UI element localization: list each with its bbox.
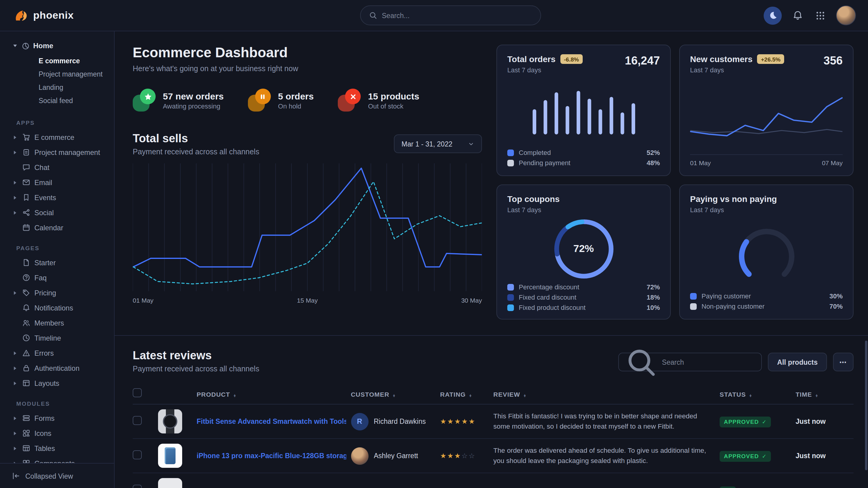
row-checkbox[interactable] <box>133 450 142 459</box>
reviews-search[interactable] <box>619 353 762 371</box>
sidebar: Home E commerce Project management <box>0 31 115 488</box>
sidebar-item[interactable]: Events <box>0 190 114 205</box>
sidebar-subitem[interactable]: Landing <box>0 81 114 94</box>
sidebar-item[interactable]: Layouts <box>0 376 114 391</box>
navbar-search[interactable] <box>360 5 541 25</box>
customer-cell[interactable] <box>351 481 435 488</box>
legend-label: Pending payment <box>519 159 642 166</box>
status-badge: ✓ <box>720 487 736 488</box>
review-text: The order was delivered ahead of schedul… <box>493 446 715 466</box>
sidebar-item[interactable]: Faq <box>0 270 114 285</box>
sidebar-subitem[interactable]: Project management <box>0 67 114 81</box>
sidebar-subitem[interactable]: E commerce <box>0 54 114 67</box>
more-options-button[interactable]: ⋯ <box>833 353 854 371</box>
sidebar-item[interactable]: E commerce <box>0 130 114 145</box>
sidebar-item[interactable]: Members <box>0 315 114 330</box>
sidebar-subitem[interactable]: Social feed <box>0 94 114 107</box>
reviews-table: PRODUCT CUSTOMER RATING REVIEW STATUS TI… <box>133 384 854 488</box>
collapsed-view-toggle[interactable]: Collapsed View <box>0 463 114 488</box>
sidebar-item[interactable]: Notifications <box>0 300 114 315</box>
row-checkbox[interactable] <box>133 484 142 488</box>
column-header[interactable]: PRODUCT <box>197 390 346 398</box>
column-header[interactable]: REVIEW <box>493 390 715 398</box>
sidebar-item[interactable]: Icons <box>0 426 114 441</box>
caret-right-icon <box>12 446 18 450</box>
product-link[interactable]: iPhone 13 pro max-Pacific Blue-128GB sto… <box>197 452 346 459</box>
column-header[interactable]: STATUS <box>720 390 791 398</box>
sidebar-item[interactable]: Project management <box>0 145 114 160</box>
sidebar-item[interactable]: Starter <box>0 255 114 270</box>
review-time: Just now <box>796 418 854 425</box>
all-products-button[interactable]: All products <box>768 353 827 371</box>
reviews-subtitle: Payment received across all channels <box>133 365 259 373</box>
sidebar-item[interactable]: Authentication <box>0 360 114 376</box>
card-value: 356 <box>824 54 843 67</box>
date-range-select[interactable]: Mar 1 - 31, 2022 <box>394 134 482 153</box>
sidebar-item[interactable]: Social <box>0 205 114 220</box>
reviews-actions: All products ⋯ <box>619 353 854 371</box>
dashboard-section: Ecommerce Dashboard Here's what's going … <box>115 31 868 335</box>
reviews-search-input[interactable] <box>662 358 755 366</box>
orders-legend: Completed 52% Pending payment 48% <box>507 149 660 166</box>
sidebar-item-label: Notifications <box>34 303 73 312</box>
column-header[interactable]: RATING <box>440 390 489 398</box>
sidebar-item-label: Email <box>34 178 52 187</box>
notifications-button[interactable] <box>790 8 805 23</box>
sidebar-item-label: Members <box>34 319 64 327</box>
select-all-checkbox[interactable] <box>133 388 142 397</box>
sidebar-section-label: MODULES <box>0 391 114 411</box>
sidebar-item[interactable]: Pricing <box>0 285 114 300</box>
column-header[interactable]: TIME <box>796 390 854 398</box>
legend-value: 18% <box>647 294 660 301</box>
moon-icon <box>768 11 777 20</box>
customer-cell[interactable]: R Richard Dawkins <box>351 413 435 430</box>
rating-stars: ★★★☆☆ <box>440 452 489 460</box>
navbar-search-input[interactable] <box>382 12 532 19</box>
sidebar-item[interactable]: Chat <box>0 160 114 175</box>
product-link[interactable]: Fitbit Sense Advanced Smartwatch with To… <box>197 418 346 425</box>
sort-icon <box>392 394 396 397</box>
sidebar-item[interactable]: Errors <box>0 346 114 360</box>
caret-right-icon <box>12 366 18 370</box>
sidebar-item-label: E commerce <box>34 133 74 141</box>
sidebar-item[interactable]: Components <box>0 456 114 463</box>
home-icon <box>22 42 30 50</box>
check-icon: ✓ <box>762 453 767 459</box>
caret-right-icon <box>12 381 18 385</box>
stat-caption: Out of stock <box>368 102 419 109</box>
legend-label: Fixed card discount <box>519 294 642 301</box>
sidebar-item[interactable]: Timeline <box>0 330 114 346</box>
sidebar-item[interactable]: Forms <box>0 411 114 426</box>
user-avatar[interactable] <box>836 5 856 25</box>
theme-toggle-button[interactable] <box>764 6 782 24</box>
legend-item: Percentage discount 72% <box>507 283 660 291</box>
customer-name: Ashley Garrett <box>374 452 418 459</box>
sidebar-item[interactable]: Tables <box>0 441 114 456</box>
stat-item: 15 products Out of stock <box>338 89 419 111</box>
column-header[interactable]: CUSTOMER <box>351 390 435 398</box>
caret-right-icon <box>12 211 18 214</box>
customer-cell[interactable]: Ashley Garrett <box>351 447 435 464</box>
bell-icon <box>792 10 803 21</box>
sidebar-subitem-label: E commerce <box>39 57 80 65</box>
row-checkbox[interactable] <box>133 416 142 425</box>
caret-right-icon <box>12 416 18 420</box>
legend-swatch <box>507 294 514 300</box>
x-axis-label: 01 May <box>690 159 711 166</box>
legend-value: 52% <box>647 149 660 156</box>
scrollbar-thumb[interactable] <box>865 340 867 470</box>
paying-gauge-chart <box>729 224 804 282</box>
sidebar-item[interactable]: Email <box>0 175 114 190</box>
table-row[interactable]: iPhone 13 pro max-Pacific Blue-128GB sto… <box>133 439 854 473</box>
sidebar-item-label: Project management <box>34 148 100 157</box>
sidebar-item-home[interactable]: Home <box>0 39 114 53</box>
review-text: This Fitbit is fantastic! I was trying t… <box>493 411 715 432</box>
apps-grid-button[interactable] <box>813 8 828 23</box>
sidebar-item[interactable]: Calendar <box>0 220 114 235</box>
legend-swatch <box>690 303 697 310</box>
caret-right-icon <box>12 135 18 139</box>
table-row[interactable]: Fitbit Sense Advanced Smartwatch with To… <box>133 404 854 439</box>
table-row[interactable]: ✓ <box>133 473 854 488</box>
brand[interactable]: phoenix <box>13 8 122 23</box>
sidebar-section-pages: PAGES Starter <box>0 235 114 391</box>
